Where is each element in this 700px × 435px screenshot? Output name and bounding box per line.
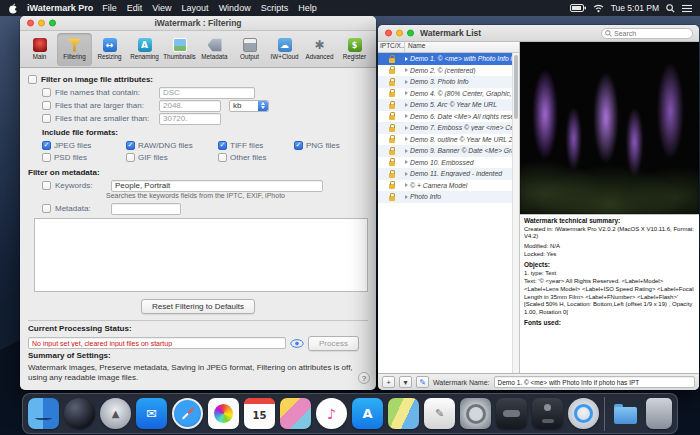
minimize-button[interactable]	[38, 20, 45, 27]
itunes-dock-icon[interactable]: ♪	[316, 398, 347, 429]
format-option[interactable]: TIFF files	[218, 141, 294, 150]
watermark-row[interactable]: © + Camera Model	[378, 180, 519, 192]
format-checkbox[interactable]	[42, 153, 51, 162]
safari-dock-icon[interactable]	[172, 398, 203, 429]
scrollbar-thumb[interactable]	[514, 55, 518, 119]
processing-status-field[interactable]	[28, 337, 286, 349]
format-option[interactable]: PSD files	[42, 153, 126, 162]
format-option[interactable]: PNG files	[294, 141, 364, 150]
toolbar-renaming[interactable]: A Renaming	[127, 33, 162, 66]
edit-watermark-button[interactable]: ✎	[416, 376, 429, 388]
size-unit-dropdown[interactable]: kb	[229, 100, 269, 112]
process-button[interactable]: Process	[308, 336, 359, 351]
metadata-input[interactable]	[111, 203, 181, 215]
watermark-row[interactable]: Photo Info	[378, 191, 519, 203]
maps-dock-icon[interactable]	[388, 398, 419, 429]
menu-item[interactable]: Help	[298, 3, 317, 13]
app-menu[interactable]: iWatermark Pro	[27, 3, 93, 13]
toolbar-metadata[interactable]: Metadata	[197, 33, 232, 66]
watermark-row[interactable]: Demo 8. outline © Year Me URL 200...	[378, 134, 519, 146]
files-larger-input[interactable]	[159, 100, 221, 112]
format-checkbox[interactable]	[294, 141, 303, 150]
calendar-dock-icon[interactable]: 15	[244, 398, 275, 429]
filtering-titlebar[interactable]: iWatermark : Filtering	[20, 16, 376, 31]
system-preferences-dock-icon[interactable]	[460, 398, 491, 429]
table-header[interactable]: IPTC/X... Name	[378, 42, 519, 53]
add-watermark-button[interactable]: +	[382, 376, 395, 388]
format-option[interactable]: Other files	[218, 153, 294, 162]
launchpad-dock-icon[interactable]: ▲	[100, 398, 131, 429]
toolbar-output[interactable]: Output	[232, 33, 267, 66]
file-names-checkbox[interactable]	[42, 88, 51, 97]
format-checkbox[interactable]	[126, 153, 135, 162]
keywords-checkbox[interactable]	[42, 181, 51, 190]
menu-item[interactable]: View	[152, 3, 171, 13]
eye-icon[interactable]	[290, 339, 304, 348]
game-controller-dock-icon[interactable]	[496, 398, 527, 429]
toolbar-thumbnails[interactable]: Thumbnails	[162, 33, 197, 66]
finder-dock-icon[interactable]	[28, 398, 59, 429]
metadata-checkbox[interactable]	[42, 204, 51, 213]
close-button[interactable]	[27, 20, 34, 27]
filter-attributes-checkbox[interactable]	[28, 75, 37, 84]
metadata-textarea[interactable]	[34, 218, 368, 292]
siri-dock-icon[interactable]	[64, 398, 95, 429]
watermark-name-input[interactable]	[494, 376, 695, 388]
minimize-button[interactable]	[396, 30, 403, 37]
watermark-row[interactable]: Demo 5. Arc © Year Me URL	[378, 99, 519, 111]
watermark-row[interactable]: Demo 2. © (centered)	[378, 65, 519, 77]
toolbar-filtering[interactable]: Filtering	[57, 33, 92, 66]
downloads-folder-dock-icon[interactable]	[610, 398, 641, 429]
format-checkbox[interactable]	[42, 141, 51, 150]
format-option[interactable]: RAW/DNG files	[126, 141, 218, 150]
watermark-row[interactable]: Demo 6. Date <Me> All rights rese...	[378, 111, 519, 123]
joystick-dock-icon[interactable]	[532, 398, 563, 429]
menu-item[interactable]: Window	[219, 3, 251, 13]
watermark-row[interactable]: Demo 4. © (80% Center, Graphic, ©...	[378, 88, 519, 100]
iphoto-dock-icon[interactable]	[280, 398, 311, 429]
search-input[interactable]	[614, 30, 684, 37]
files-smaller-checkbox[interactable]	[42, 114, 51, 123]
app-store-dock-icon[interactable]: A	[352, 398, 383, 429]
toolbar-main[interactable]: Main	[22, 33, 57, 66]
table-scrollbar[interactable]	[512, 53, 519, 373]
files-larger-checkbox[interactable]	[42, 101, 51, 110]
action-menu-button[interactable]: ▾	[399, 376, 412, 388]
watermark-row[interactable]: Demo 10. Embossed	[378, 157, 519, 169]
watermark-row[interactable]: Demo 3. Photo Info	[378, 76, 519, 88]
keywords-input[interactable]	[111, 180, 323, 192]
quicktime-dock-icon[interactable]	[568, 398, 599, 429]
notification-center-icon[interactable]	[682, 4, 692, 13]
menu-item[interactable]: Scripts	[261, 3, 289, 13]
files-smaller-input[interactable]	[159, 113, 221, 125]
toolbar-resizing[interactable]: ↔ Resizing	[92, 33, 127, 66]
watermark-row[interactable]: Demo 9. Banner © Date <Me> Gra...	[378, 145, 519, 157]
toolbar-iwcloud[interactable]: ☁ IW+Cloud	[267, 33, 302, 66]
watermark-row[interactable]: Demo 1. © <me> with Photo Info if	[378, 53, 519, 65]
format-checkbox[interactable]	[218, 153, 227, 162]
apple-menu-icon[interactable]	[8, 3, 18, 14]
watermark-row[interactable]: Demo 11. Engraved - indented	[378, 168, 519, 180]
help-button[interactable]: ?	[358, 372, 370, 384]
toolbar-register[interactable]: $ Register	[337, 33, 372, 66]
dock-separator[interactable]	[604, 397, 605, 431]
format-checkbox[interactable]	[126, 141, 135, 150]
toolbar-advanced[interactable]: ✱ Advanced	[302, 33, 337, 66]
wifi-icon[interactable]	[593, 4, 604, 13]
watermark-row[interactable]: Demo 7. Emboss © year <me> Cent...	[378, 122, 519, 134]
menu-item[interactable]: Edit	[127, 3, 143, 13]
battery-icon[interactable]	[570, 4, 586, 12]
photos-dock-icon[interactable]	[208, 398, 239, 429]
format-option[interactable]: GIF files	[126, 153, 218, 162]
format-option[interactable]: JPEG files	[42, 141, 126, 150]
spotlight-icon[interactable]	[666, 4, 675, 13]
search-field[interactable]	[601, 28, 693, 39]
close-button[interactable]	[385, 30, 392, 37]
file-names-input[interactable]	[159, 87, 255, 99]
reset-filtering-button[interactable]: Reset Filtering to Defaults	[141, 299, 255, 314]
menu-item[interactable]: Layout	[182, 3, 209, 13]
zoom-button[interactable]	[407, 30, 414, 37]
textedit-dock-icon[interactable]: ✎	[424, 398, 455, 429]
zoom-button[interactable]	[49, 20, 56, 27]
mail-dock-icon[interactable]: ✉	[136, 398, 167, 429]
